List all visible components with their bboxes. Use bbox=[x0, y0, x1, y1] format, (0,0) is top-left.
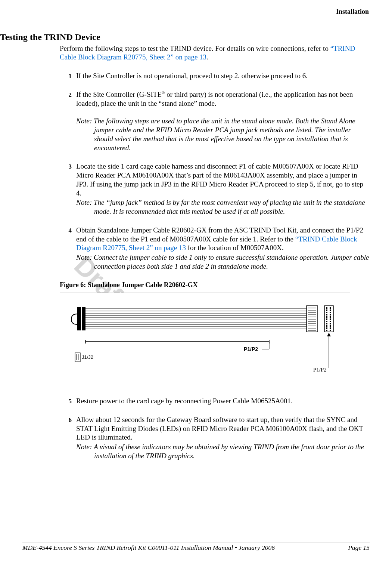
section-title: Testing the TRIND Device bbox=[0, 31, 370, 43]
step-3-num: 3 bbox=[60, 162, 76, 216]
step-5-num: 5 bbox=[60, 397, 76, 406]
step-4: 4 Obtain Standalone Jumper Cable R20602-… bbox=[60, 226, 370, 271]
step-4-note: Note: Connect the jumper cable to side 1… bbox=[76, 253, 370, 271]
step-4-text: Obtain Standalone Jumper Cable R20602-GX… bbox=[76, 226, 370, 252]
intro-pre: Perform the following steps to test the … bbox=[60, 44, 330, 52]
step-2: 2 If the Site Controller (G-SITE® or thi… bbox=[60, 90, 370, 152]
svg-rect-28 bbox=[330, 309, 331, 311]
figure-label-j1j2: J1/J2 bbox=[82, 354, 93, 360]
svg-rect-26 bbox=[330, 307, 331, 309]
svg-rect-43 bbox=[326, 327, 327, 329]
note-label: Note: bbox=[76, 253, 92, 261]
note-label: Note: bbox=[76, 117, 92, 125]
svg-rect-1 bbox=[82, 307, 85, 330]
footer-page: Page 15 bbox=[348, 544, 370, 552]
step-2-text: If the Site Controller (G-SITE® or third… bbox=[76, 90, 370, 108]
step-2-num: 2 bbox=[60, 90, 76, 152]
note-label: Note: bbox=[76, 443, 92, 451]
step-5: 5 Restore power to the card cage by reco… bbox=[60, 397, 370, 406]
svg-rect-25 bbox=[326, 307, 327, 309]
svg-rect-27 bbox=[326, 309, 327, 311]
note-label: Note: bbox=[76, 198, 92, 206]
step-6-text: Allow about 12 seconds for the Gateway B… bbox=[76, 415, 370, 442]
step-2-text-pre: If the Site Controller (G-SITE bbox=[76, 90, 162, 98]
step-6-num: 6 bbox=[60, 415, 76, 460]
svg-rect-0 bbox=[77, 307, 81, 330]
svg-rect-34 bbox=[330, 316, 331, 318]
step-6-note-text: A visual of these indicators may be obta… bbox=[94, 443, 364, 460]
svg-rect-37 bbox=[326, 321, 327, 322]
step-6: 6 Allow about 12 seconds for the Gateway… bbox=[60, 415, 370, 460]
svg-rect-42 bbox=[330, 325, 331, 327]
step-2-note-text: The following steps are used to place th… bbox=[94, 117, 355, 151]
step-4-text-post: for the location of M00507A00X. bbox=[186, 244, 284, 252]
figure-label-p1p2-inside: P1/P2 bbox=[244, 346, 258, 353]
figure-box: P1/P2 J1/J2 P1/P2 bbox=[60, 293, 350, 386]
step-4-num: 4 bbox=[60, 226, 76, 271]
intro-post: . bbox=[206, 53, 208, 61]
svg-marker-57 bbox=[327, 333, 331, 336]
svg-rect-39 bbox=[326, 323, 327, 324]
svg-rect-35 bbox=[326, 318, 327, 320]
svg-rect-50 bbox=[75, 353, 80, 362]
figure-annotation-p1p2: P1/P2 bbox=[313, 366, 327, 373]
svg-rect-36 bbox=[330, 318, 331, 320]
svg-rect-44 bbox=[330, 327, 331, 329]
step-2-note: Note: The following steps are used to pl… bbox=[76, 117, 370, 152]
svg-rect-30 bbox=[330, 312, 331, 313]
step-3-note-text: The “jump jack” method is by far the mos… bbox=[94, 198, 365, 215]
step-1-num: 1 bbox=[60, 71, 76, 80]
header-rule bbox=[22, 17, 370, 17]
step-1: 1 If the Site Controller is not operatio… bbox=[60, 71, 370, 80]
step-1-body: If the Site Controller is not operationa… bbox=[76, 71, 370, 80]
svg-rect-45 bbox=[326, 330, 327, 331]
svg-rect-38 bbox=[330, 321, 331, 322]
figure-caption: Figure 6: Standalone Jumper Cable R20602… bbox=[60, 281, 370, 289]
step-3-note: Note: The “jump jack” method is by far t… bbox=[76, 198, 370, 216]
step-3-text: Locate the side 1 card cage cable harnes… bbox=[76, 162, 370, 197]
footer-doc: MDE-4544 Encore S Series TRIND Retrofit … bbox=[22, 544, 275, 552]
intro-paragraph: Perform the following steps to test the … bbox=[60, 44, 370, 62]
step-4-note-text: Connect the jumper cable to side 1 only … bbox=[94, 253, 369, 270]
cable-diagram-svg bbox=[60, 293, 350, 386]
svg-rect-41 bbox=[326, 325, 327, 327]
svg-rect-40 bbox=[330, 323, 331, 324]
step-3: 3 Locate the side 1 card cage cable harn… bbox=[60, 162, 370, 216]
step-5-body: Restore power to the card cage by reconn… bbox=[76, 397, 370, 406]
step-6-note: Note: A visual of these indicators may b… bbox=[76, 443, 370, 460]
svg-rect-33 bbox=[326, 316, 327, 318]
header-section: Installation bbox=[22, 7, 370, 17]
footer-rule bbox=[22, 542, 370, 542]
svg-rect-32 bbox=[330, 314, 331, 315]
svg-rect-31 bbox=[326, 314, 327, 315]
svg-rect-24 bbox=[324, 306, 333, 332]
svg-rect-46 bbox=[330, 330, 331, 331]
svg-rect-29 bbox=[326, 312, 327, 313]
